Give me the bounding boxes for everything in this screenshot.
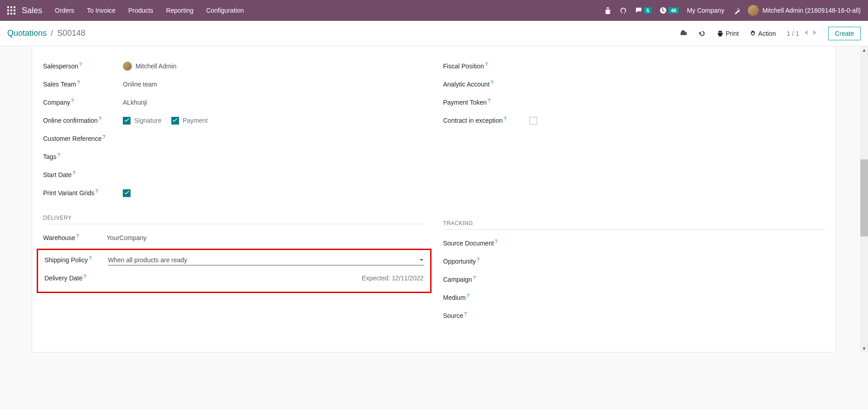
menu-configuration[interactable]: Configuration xyxy=(206,7,244,14)
deliverydate-field[interactable]: Expected: 12/11/2022 xyxy=(108,274,424,282)
company-label: Company xyxy=(43,99,70,106)
left-column: Salesperson? Mitchell Admin Sales Team? … xyxy=(43,57,425,325)
help-icon[interactable]: ? xyxy=(83,274,86,279)
help-icon[interactable]: ? xyxy=(95,188,98,194)
main-content: Salesperson? Mitchell Admin Sales Team? … xyxy=(0,46,868,352)
shipping-policy-select[interactable]: When all products are ready xyxy=(108,255,424,265)
tags-label: Tags xyxy=(43,153,57,160)
help-icon[interactable]: ? xyxy=(73,170,75,176)
help-icon[interactable]: ? xyxy=(89,255,92,261)
pager: 1 / 1 xyxy=(787,29,817,37)
custref-label: Customer Reference xyxy=(43,135,102,142)
breadcrumb: Quotations / S00148 xyxy=(7,29,85,38)
scroll-up-icon[interactable]: ▲ xyxy=(860,46,868,54)
printgrid-checkbox[interactable] xyxy=(123,189,131,197)
pager-next[interactable] xyxy=(813,29,817,37)
help-icon[interactable]: ? xyxy=(58,152,60,158)
salesteam-label: Sales Team xyxy=(43,81,76,88)
warehouse-label: Warehouse xyxy=(43,234,75,241)
print-button[interactable]: Print xyxy=(717,30,739,37)
help-icon[interactable]: ? xyxy=(71,98,74,103)
company-switcher[interactable]: My Company xyxy=(687,7,724,14)
deliverydate-label: Delivery Date xyxy=(44,274,82,282)
warehouse-field[interactable]: YourCompany xyxy=(107,234,425,241)
messaging-icon[interactable]: 5 xyxy=(635,7,651,14)
breadcrumb-current: S00148 xyxy=(57,29,85,38)
salesteam-field[interactable]: Online team xyxy=(123,81,425,88)
help-icon[interactable]: ? xyxy=(477,257,480,262)
scroll-thumb[interactable] xyxy=(860,159,868,236)
payment-checkbox[interactable] xyxy=(171,117,179,125)
expected-date: Expected: 12/11/2022 xyxy=(362,274,423,282)
main-menu: Orders To Invoice Products Reporting Con… xyxy=(55,7,244,14)
help-icon[interactable]: ? xyxy=(464,311,467,317)
startdate-label: Start Date xyxy=(43,171,72,178)
user-menu[interactable]: Mitchell Admin (21609148-16-0-all) xyxy=(748,5,861,16)
chevron-down-icon xyxy=(419,258,424,262)
help-icon[interactable]: ? xyxy=(504,116,506,121)
breadcrumb-root[interactable]: Quotations xyxy=(7,29,47,38)
help-icon[interactable]: ? xyxy=(76,233,79,239)
activity-badge: 46 xyxy=(669,7,679,14)
printgrid-label: Print Variant Grids xyxy=(43,189,94,197)
nav-right: 5 46 My Company Mitchell Admin (21609148… xyxy=(604,5,861,16)
cloud-icon[interactable] xyxy=(679,29,687,38)
support-icon[interactable] xyxy=(620,7,627,14)
app-brand[interactable]: Sales xyxy=(22,6,42,15)
tools-icon[interactable] xyxy=(732,7,740,14)
activities-icon[interactable]: 46 xyxy=(659,7,679,14)
analytic-label: Analytic Account xyxy=(443,81,490,88)
message-badge: 5 xyxy=(644,7,651,14)
help-icon[interactable]: ? xyxy=(99,116,102,121)
pager-prev[interactable] xyxy=(804,29,808,37)
shipping-label: Shipping Policy xyxy=(44,256,88,264)
signature-checkbox[interactable] xyxy=(123,117,131,125)
help-icon[interactable]: ? xyxy=(466,293,469,298)
company-field[interactable]: ALkhunji xyxy=(123,99,425,106)
help-icon[interactable]: ? xyxy=(495,239,498,244)
help-icon[interactable]: ? xyxy=(473,275,475,280)
help-icon[interactable]: ? xyxy=(485,62,488,67)
action-button[interactable]: Action xyxy=(750,30,776,37)
create-button[interactable]: Create xyxy=(828,27,861,40)
control-bar: Quotations / S00148 Print Action 1 / 1 C… xyxy=(0,21,868,46)
help-icon[interactable]: ? xyxy=(488,98,490,103)
control-panel-right: Print Action 1 / 1 Create xyxy=(679,27,861,40)
contract-label: Contract in exception xyxy=(443,117,503,124)
highlight-box: Shipping Policy? When all products are r… xyxy=(37,249,432,293)
onlineconf-label: Online confirmation xyxy=(43,117,98,124)
campaign-label: Campaign xyxy=(443,276,472,283)
avatar-icon xyxy=(123,62,132,71)
tracking-header: TRACKING xyxy=(443,220,825,230)
medium-label: Medium xyxy=(443,294,466,301)
help-icon[interactable]: ? xyxy=(77,80,80,85)
menu-products[interactable]: Products xyxy=(128,7,153,14)
source-label: Source xyxy=(443,312,463,319)
bug-icon[interactable] xyxy=(604,7,611,14)
help-icon[interactable]: ? xyxy=(79,62,82,67)
delivery-header: DELIVERY xyxy=(43,215,425,224)
paytoken-label: Payment Token xyxy=(443,99,487,106)
help-icon[interactable]: ? xyxy=(102,134,105,140)
user-name: Mitchell Admin (21609148-16-0-all) xyxy=(762,7,861,14)
opportunity-label: Opportunity xyxy=(443,258,476,265)
salesperson-field[interactable]: Mitchell Admin xyxy=(123,62,425,71)
salesperson-label: Salesperson xyxy=(43,63,78,70)
top-navbar: Sales Orders To Invoice Products Reporti… xyxy=(0,0,868,21)
menu-reporting[interactable]: Reporting xyxy=(166,7,194,14)
apps-icon[interactable] xyxy=(7,6,15,14)
form-sheet: Salesperson? Mitchell Admin Sales Team? … xyxy=(32,46,836,352)
sourcedoc-label: Source Document xyxy=(443,240,494,247)
help-icon[interactable]: ? xyxy=(490,80,493,85)
menu-to-invoice[interactable]: To Invoice xyxy=(87,7,116,14)
right-column: Fiscal Position? Analytic Account? Payme… xyxy=(443,57,825,325)
onlineconf-field: Signature Payment xyxy=(123,117,425,125)
fiscal-label: Fiscal Position xyxy=(443,63,484,70)
scroll-down-icon[interactable]: ▼ xyxy=(860,345,868,352)
avatar xyxy=(748,5,759,16)
pager-value[interactable]: 1 / 1 xyxy=(787,30,799,37)
contract-checkbox[interactable] xyxy=(529,117,537,125)
undo-icon[interactable] xyxy=(698,29,706,38)
menu-orders[interactable]: Orders xyxy=(55,7,74,14)
scrollbar[interactable]: ▲ ▼ xyxy=(860,46,868,352)
